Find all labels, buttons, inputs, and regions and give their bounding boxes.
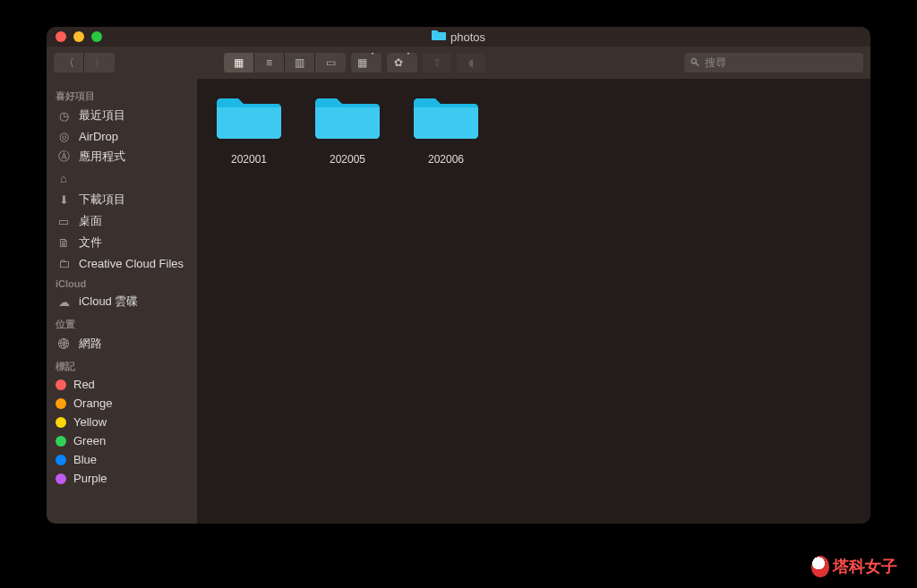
folder-item[interactable]: 202006 bbox=[410, 91, 482, 166]
search-field[interactable]: 🔍︎ bbox=[684, 53, 863, 72]
arrange-menu: ▦ bbox=[351, 53, 381, 72]
tag-dot-icon bbox=[56, 473, 66, 484]
titlebar: photos bbox=[47, 27, 870, 47]
folder-icon: 🗀 bbox=[56, 256, 72, 270]
sidebar: 喜好項目 ◷ 最近項目 ◎ AirDrop Ⓐ 應用程式 ⌂ ⬇ 下載項目 bbox=[47, 79, 197, 524]
sidebar-item-downloads[interactable]: ⬇ 下載項目 bbox=[47, 189, 197, 210]
tag-dot-icon bbox=[56, 455, 66, 465]
nav-buttons: 〈 〉 bbox=[54, 53, 115, 72]
sidebar-section-favorites: 喜好項目 bbox=[47, 84, 197, 105]
mascot-icon bbox=[811, 556, 829, 577]
back-button[interactable]: 〈 bbox=[54, 53, 84, 72]
network-icon: 🌐︎ bbox=[56, 337, 72, 351]
arrange-button[interactable]: ▦ bbox=[351, 53, 381, 72]
tag-icon: ◖ bbox=[468, 57, 474, 68]
tag-dot-icon bbox=[56, 436, 66, 447]
sidebar-item-applications[interactable]: Ⓐ 應用程式 bbox=[47, 146, 197, 167]
folder-icon bbox=[414, 91, 478, 145]
search-icon: 🔍︎ bbox=[690, 57, 700, 68]
folder-icon bbox=[217, 91, 281, 145]
sidebar-tag-red[interactable]: Red bbox=[47, 375, 197, 394]
downloads-icon: ⬇ bbox=[56, 192, 72, 207]
home-icon: ⌂ bbox=[56, 171, 72, 185]
sidebar-item-documents[interactable]: 🗎 文件 bbox=[47, 232, 197, 253]
cloud-icon: ☁ bbox=[56, 294, 72, 309]
tag-dot-icon bbox=[56, 379, 66, 390]
desktop-icon: ▭ bbox=[56, 214, 72, 228]
list-view-button[interactable]: ≡ bbox=[254, 53, 285, 72]
folder-icon bbox=[432, 29, 446, 45]
airdrop-icon: ◎ bbox=[56, 129, 72, 143]
sidebar-item-airdrop[interactable]: ◎ AirDrop bbox=[47, 126, 197, 146]
folder-label: 202006 bbox=[428, 153, 464, 166]
sidebar-tag-purple[interactable]: Purple bbox=[47, 469, 197, 488]
tags-button[interactable]: ◖ bbox=[457, 53, 485, 72]
sidebar-item-home[interactable]: ⌂ bbox=[47, 167, 197, 189]
sidebar-item-recents[interactable]: ◷ 最近項目 bbox=[47, 105, 197, 126]
search-input[interactable] bbox=[705, 56, 858, 69]
sidebar-section-icloud: iCloud bbox=[47, 273, 197, 291]
sidebar-tag-yellow[interactable]: Yellow bbox=[47, 413, 197, 431]
clock-icon: ◷ bbox=[56, 108, 72, 123]
sidebar-item-network[interactable]: 🌐︎ 網路 bbox=[47, 333, 197, 354]
column-view-button[interactable]: ▥ bbox=[285, 53, 315, 72]
window-controls bbox=[56, 31, 102, 42]
gallery-view-button[interactable]: ▭ bbox=[315, 53, 346, 72]
folder-icon bbox=[315, 91, 380, 145]
sidebar-item-desktop[interactable]: ▭ 桌面 bbox=[47, 210, 197, 232]
sidebar-item-icloud-drive[interactable]: ☁ iCloud 雲碟 bbox=[47, 291, 197, 312]
view-mode: ▦ ≡ ▥ ▭ bbox=[224, 53, 346, 72]
share-icon: ⇪ bbox=[433, 57, 441, 68]
icon-view-button[interactable]: ▦ bbox=[224, 53, 254, 72]
sidebar-tag-blue[interactable]: Blue bbox=[47, 450, 197, 469]
folder-item[interactable]: 202005 bbox=[312, 91, 383, 166]
folder-label: 202001 bbox=[231, 153, 267, 166]
forward-button[interactable]: 〉 bbox=[84, 53, 115, 72]
action-menu: ✿ bbox=[387, 53, 417, 72]
finder-window: photos 〈 〉 ▦ ≡ ▥ ▭ ▦ ✿ ⇪ ◖ 🔍︎ 喜好 bbox=[47, 27, 870, 524]
content-area[interactable]: 202001202005202006 bbox=[197, 79, 870, 524]
document-icon: 🗎 bbox=[56, 235, 72, 250]
watermark: 塔科女子 bbox=[811, 556, 897, 577]
action-button[interactable]: ✿ bbox=[387, 53, 417, 72]
sidebar-section-locations: 位置 bbox=[47, 312, 197, 333]
close-button[interactable] bbox=[56, 31, 66, 42]
toolbar: 〈 〉 ▦ ≡ ▥ ▭ ▦ ✿ ⇪ ◖ 🔍︎ bbox=[47, 47, 870, 79]
folder-item[interactable]: 202001 bbox=[213, 91, 285, 166]
tag-dot-icon bbox=[56, 417, 66, 428]
sidebar-item-creative-cloud[interactable]: 🗀 Creative Cloud Files bbox=[47, 253, 197, 273]
zoom-button[interactable] bbox=[91, 31, 102, 42]
sidebar-tag-green[interactable]: Green bbox=[47, 431, 197, 450]
folder-label: 202005 bbox=[330, 153, 365, 166]
share-button[interactable]: ⇪ bbox=[423, 53, 451, 72]
window-title: photos bbox=[450, 30, 485, 44]
minimize-button[interactable] bbox=[73, 31, 84, 42]
sidebar-tag-orange[interactable]: Orange bbox=[47, 394, 197, 413]
tag-dot-icon bbox=[56, 398, 66, 409]
appstore-icon: Ⓐ bbox=[56, 149, 72, 164]
sidebar-section-tags: 標記 bbox=[47, 354, 197, 375]
